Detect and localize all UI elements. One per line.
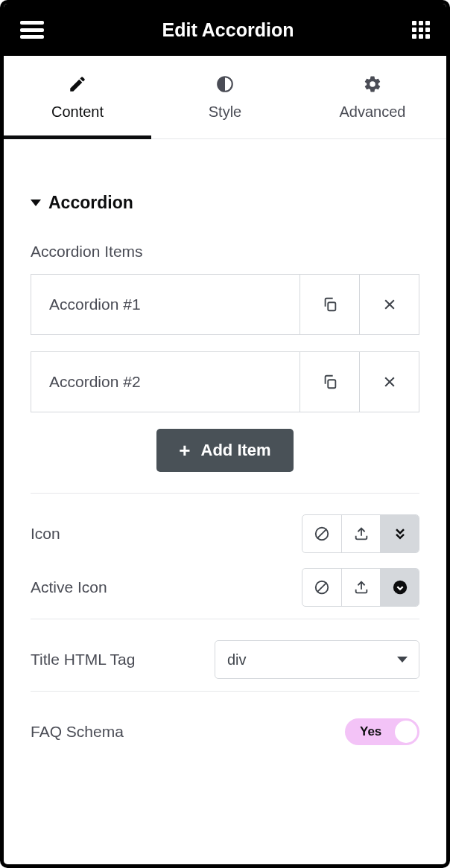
none-icon — [314, 526, 330, 542]
chevrons-down-icon — [393, 526, 408, 541]
close-icon — [382, 374, 397, 389]
gear-icon — [362, 74, 383, 95]
icon-choice-chevrons[interactable] — [380, 515, 419, 552]
faq-schema-switch[interactable]: Yes — [345, 718, 419, 745]
repeater-item-title[interactable]: Accordion #1 — [31, 275, 300, 334]
field-label-active-icon: Active Icon — [31, 578, 107, 596]
page-title: Edit Accordion — [162, 19, 294, 41]
switch-knob — [395, 721, 417, 743]
svg-rect-0 — [328, 302, 335, 310]
tab-label: Style — [209, 103, 241, 121]
field-label-icon: Icon — [31, 525, 60, 543]
icon-choice-upload[interactable] — [341, 515, 380, 552]
divider — [31, 691, 419, 692]
divider — [31, 619, 419, 619]
duplicate-button[interactable] — [300, 275, 359, 334]
control-icon: Icon — [31, 511, 419, 556]
section-title: Accordion — [48, 193, 133, 213]
tab-label: Content — [51, 103, 104, 121]
delete-button[interactable] — [359, 275, 419, 334]
svg-rect-1 — [328, 380, 335, 388]
panel-content: Accordion Accordion Items Accordion #1 A… — [4, 139, 446, 864]
control-faq-schema: FAQ Schema Yes — [31, 709, 419, 754]
menu-icon[interactable] — [20, 21, 44, 39]
apps-grid-icon[interactable] — [412, 21, 430, 39]
svg-point-4 — [393, 581, 406, 594]
tab-content[interactable]: Content — [4, 56, 151, 138]
upload-icon — [353, 579, 370, 596]
control-active-icon: Active Icon — [31, 565, 419, 610]
repeater-item: Accordion #1 — [31, 274, 419, 335]
tabs: Content Style Advanced — [4, 56, 446, 139]
copy-icon — [322, 374, 338, 390]
duplicate-button[interactable] — [300, 352, 359, 412]
contrast-icon — [215, 74, 235, 95]
control-html-tag: Title HTML Tag — [31, 637, 419, 682]
field-label-faq-schema: FAQ Schema — [31, 723, 124, 741]
repeater-item: Accordion #2 — [31, 351, 419, 412]
tab-advanced[interactable]: Advanced — [299, 56, 446, 138]
header: Edit Accordion — [4, 4, 446, 56]
switch-label: Yes — [360, 724, 381, 739]
add-item-button[interactable]: + Add Item — [156, 429, 293, 472]
close-icon — [382, 297, 397, 312]
divider — [31, 493, 419, 494]
arrow-circle-down-icon — [392, 579, 408, 596]
icon-choice-group — [302, 568, 419, 607]
caret-down-icon — [31, 200, 41, 206]
plus-icon: + — [179, 441, 190, 460]
add-item-label: Add Item — [201, 441, 271, 460]
none-icon — [314, 579, 330, 596]
pencil-icon — [67, 74, 88, 95]
icon-choice-circle-down[interactable] — [380, 569, 419, 606]
field-label-accordion-items: Accordion Items — [31, 243, 419, 261]
copy-icon — [322, 296, 338, 313]
icon-choice-none[interactable] — [302, 515, 341, 552]
tab-style[interactable]: Style — [151, 56, 299, 138]
html-tag-select[interactable] — [215, 640, 419, 679]
section-toggle-accordion[interactable]: Accordion — [31, 193, 419, 213]
tab-label: Advanced — [340, 103, 406, 121]
icon-choice-group — [302, 514, 419, 553]
upload-icon — [353, 526, 370, 542]
repeater-item-title[interactable]: Accordion #2 — [31, 352, 300, 412]
icon-choice-upload[interactable] — [341, 569, 380, 606]
field-label-html-tag: Title HTML Tag — [31, 651, 135, 668]
icon-choice-none[interactable] — [302, 569, 341, 606]
delete-button[interactable] — [359, 352, 419, 412]
